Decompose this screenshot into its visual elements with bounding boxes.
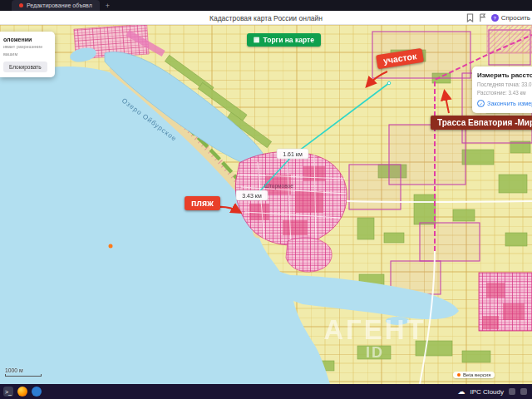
- finish-measure-label: Закончить измерение: [487, 100, 532, 107]
- page-title: Кадастровая карта России онлайн: [0, 14, 532, 22]
- browser-tabbar: Редактирование объявл +: [0, 0, 532, 11]
- flag-icon[interactable]: [479, 13, 486, 22]
- tray-icon-1[interactable]: [509, 388, 515, 395]
- firefox-icon[interactable]: [17, 387, 27, 397]
- system-taskbar: >_ ☁ IPC Cloudy: [0, 384, 532, 399]
- browser-window: Редактирование объявл + Кадастровая карт…: [0, 0, 532, 399]
- scale-bar: [5, 374, 42, 377]
- orange-marker[interactable]: [109, 244, 113, 249]
- measure-badge-far: 1.61 км: [283, 151, 303, 157]
- measure-badge-near: 3.43 км: [242, 193, 262, 199]
- annotation-highway: Трасса Евпатория -Мирный: [431, 116, 532, 130]
- bookmark-icon[interactable]: [466, 13, 474, 22]
- tray-icon-2[interactable]: [520, 388, 527, 395]
- site-header: Кадастровая карта России онлайн ? Спроси…: [0, 11, 532, 25]
- weather-label[interactable]: IPC Cloudy: [470, 388, 504, 396]
- beta-dot-icon: [457, 373, 461, 377]
- chat-icon: ?: [491, 14, 499, 22]
- ask-button[interactable]: ? Спросить: [491, 14, 530, 22]
- tab-title: Редактирование объявл: [27, 2, 92, 8]
- town-coastal: [286, 238, 332, 272]
- header-actions: ? Спросить: [466, 12, 530, 23]
- map-scale: 1000 м: [5, 367, 42, 377]
- popup-title: оложении: [3, 37, 51, 42]
- measure-distance-panel: Измерить расстояние Последняя точка: 33.…: [472, 66, 532, 113]
- block-button[interactable]: Блокировать: [3, 62, 47, 72]
- geolocation-popup: оложении ивает разрешение вашим Блокиров…: [0, 32, 55, 77]
- hatched-zone: [487, 25, 532, 53]
- auction-label: Торги на карте: [264, 36, 314, 44]
- files-app-icon[interactable]: [32, 387, 42, 397]
- beta-badge[interactable]: Beta версия: [453, 372, 495, 378]
- new-tab-button[interactable]: +: [100, 0, 116, 11]
- measure-title: Измерить расстояние: [477, 71, 532, 79]
- map-viewport[interactable]: 1.61 км 3.43 км Озеро Ойбурское Штормово…: [0, 25, 532, 384]
- recording-dot-icon: [19, 3, 23, 7]
- beta-label: Beta версия: [463, 372, 490, 377]
- cloud-icon: ☁: [458, 387, 466, 396]
- ask-label: Спросить: [501, 14, 530, 22]
- popup-text-2: вашим: [3, 52, 51, 57]
- finish-measure-link[interactable]: ✓ Закончить измерение: [477, 100, 532, 107]
- cadastral-map[interactable]: 1.61 км 3.43 км Озеро Ойбурское Штормово…: [0, 25, 532, 384]
- taskbar-apps: >_: [0, 387, 42, 397]
- pond: [386, 317, 409, 325]
- measure-distance-value: Расстояние: 3.43 км: [477, 90, 532, 96]
- check-circle-icon: ✓: [477, 100, 485, 107]
- taskbar-tray: ☁ IPC Cloudy: [458, 387, 532, 396]
- town-name-label: Штормовое: [264, 183, 293, 190]
- measure-last-point: Последняя точка: 33.07...: [477, 81, 532, 87]
- browser-tab[interactable]: Редактирование объявл: [12, 0, 100, 11]
- scale-label: 1000 м: [5, 367, 23, 373]
- popup-text-1: ивает разрешение: [3, 44, 51, 50]
- app-launcher-icon[interactable]: >_: [3, 387, 13, 397]
- auction-on-map-button[interactable]: ▦ Торги на карте: [247, 33, 321, 47]
- annotation-beach: пляж: [185, 196, 220, 210]
- grid-icon: ▦: [254, 37, 260, 43]
